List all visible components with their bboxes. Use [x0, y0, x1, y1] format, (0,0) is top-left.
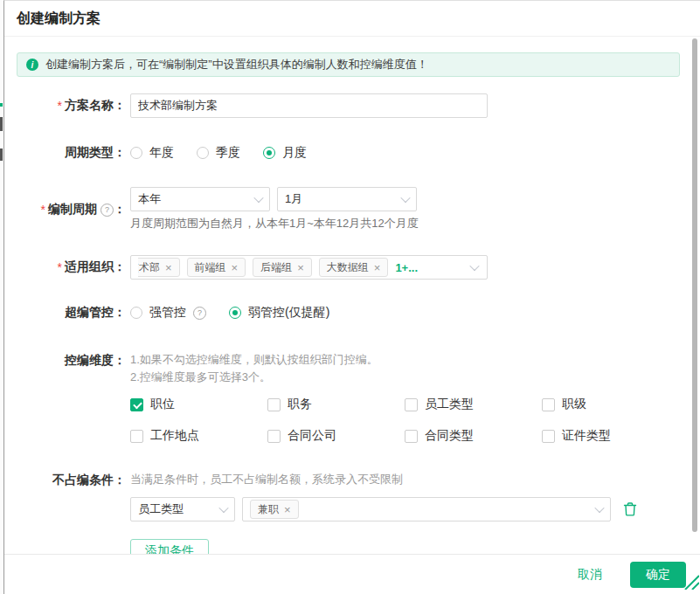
radio-weak-control[interactable]: 弱管控(仅提醒) [229, 305, 329, 321]
org-tag: 大数据组 × [319, 258, 389, 277]
dims-helper-2: 2.控编维度最多可选择3个。 [130, 369, 679, 386]
exempt-condition-row: 员工类型 兼职 × [130, 497, 700, 521]
radio-circle-icon[interactable] [130, 307, 142, 319]
checkbox-employee-type[interactable]: 员工类型 [405, 397, 542, 412]
delete-condition-button[interactable] [622, 501, 638, 517]
required-mark: * [58, 99, 62, 113]
chevron-down-icon [400, 193, 410, 203]
checkbox-icon[interactable] [267, 430, 281, 443]
radio-selected-icon[interactable] [263, 147, 275, 159]
radio-selected-icon[interactable] [229, 307, 241, 319]
exempt-condition-label: 不占编条件： [4, 472, 126, 554]
checkbox-icon[interactable] [405, 430, 418, 443]
resize-handle-icon [682, 572, 699, 590]
checkbox-icon[interactable] [542, 398, 555, 411]
org-tag: 技术部 × [138, 258, 180, 277]
checkbox-checked-icon[interactable] [130, 398, 143, 411]
row-control-dimensions: 控编维度： 1.如果不勾选控编维度，则默认按组织部门控编。 2.控编维度最多可选… [4, 351, 700, 444]
org-tag: 后端组 × [253, 258, 312, 277]
underlying-page-artifact [0, 148, 3, 161]
checkbox-job-level[interactable]: 职级 [542, 397, 679, 412]
chevron-down-icon [594, 503, 604, 513]
checkbox-icon[interactable] [542, 430, 555, 443]
info-banner-text: 创建编制方案后，可在“编制制定”中设置组织具体的编制人数和控编维度值！ [45, 57, 428, 73]
cycle-period-label: * 编制周期 ? ： [4, 187, 126, 232]
row-cycle-type: 周期类型： 年度 季度 月度 [4, 141, 700, 165]
chevron-down-icon [253, 193, 263, 203]
question-mark-icon[interactable]: ? [100, 204, 114, 217]
chevron-down-icon [218, 503, 228, 513]
checkbox-icon[interactable] [267, 398, 281, 411]
tag-close-icon[interactable]: × [284, 504, 291, 515]
checkbox-certificate-type[interactable]: 证件类型 [542, 428, 679, 444]
condition-value-tag: 兼职 × [250, 500, 299, 519]
checkbox-icon[interactable] [405, 398, 418, 411]
checkbox-work-location[interactable]: 工作地点 [130, 428, 267, 444]
checkbox-contract-company[interactable]: 合同公司 [267, 428, 405, 444]
plan-name-label: * 方案名称： [4, 93, 126, 118]
dialog-footer: 取消 确定 [4, 554, 700, 594]
checkbox-position[interactable]: 职位 [130, 397, 267, 412]
underlying-page-artifact [0, 103, 3, 107]
info-icon: i [26, 59, 38, 71]
dims-checkbox-grid: 职位 职务 员工类型 职级 [130, 397, 679, 444]
row-cycle-period: * 编制周期 ? ： 本年 1月 [4, 187, 700, 232]
checkbox-duty[interactable]: 职务 [267, 397, 405, 412]
add-condition-button[interactable]: 添加条件 [130, 539, 209, 554]
required-mark: * [58, 260, 62, 274]
underlying-page-artifact [0, 117, 3, 131]
radio-year[interactable]: 年度 [130, 145, 174, 161]
trash-icon [622, 501, 638, 517]
dialog-body: i 创建编制方案后，可在“编制制定”中设置组织具体的编制人数和控编维度值！ * … [4, 38, 700, 554]
condition-field-select[interactable]: 员工类型 [130, 497, 235, 521]
plan-form: * 方案名称： 周期类型： 年度 [4, 93, 700, 554]
radio-circle-icon[interactable] [197, 147, 209, 159]
info-banner: i 创建编制方案后，可在“编制制定”中设置组织具体的编制人数和控编维度值！ [17, 52, 680, 77]
row-exempt-condition: 不占编条件： 当满足条件时，员工不占编制名额，系统录入不受限制 员工类型 兼职 … [4, 472, 700, 554]
org-multiselect[interactable]: 技术部 × 前端组 × 后端组 × [130, 255, 488, 280]
checkbox-contract-type[interactable]: 合同类型 [405, 428, 542, 444]
row-plan-name: * 方案名称： [4, 93, 700, 118]
tag-close-icon[interactable]: × [232, 262, 239, 273]
period-month-select[interactable]: 1月 [277, 187, 417, 211]
row-over-control: 超编管控： 强管控 ? 弱管控(仅提醒) [4, 300, 700, 325]
period-year-select[interactable]: 本年 [130, 187, 270, 211]
dialog-title: 创建编制方案 [17, 10, 100, 28]
cancel-button[interactable]: 取消 [572, 566, 607, 584]
create-staffing-plan-dialog: 创建编制方案 i 创建编制方案后，可在“编制制定”中设置组织具体的编制人数和控编… [3, 0, 700, 594]
checkbox-icon[interactable] [130, 430, 143, 443]
tag-close-icon[interactable]: × [165, 262, 172, 273]
dialog-header: 创建编制方案 [4, 1, 700, 37]
confirm-button[interactable]: 确定 [630, 562, 686, 588]
row-applicable-org: * 适用组织： 技术部 × 前端组 × [4, 255, 700, 280]
vertical-scrollbar[interactable] [692, 38, 697, 532]
exempt-helper: 当满足条件时，员工不占编制名额，系统录入不受限制 [130, 472, 700, 487]
radio-quarter[interactable]: 季度 [197, 145, 240, 161]
radio-strong-control[interactable]: 强管控 ? [130, 305, 206, 321]
cycle-period-helper: 月度周期范围为自然月，从本年1月~本年12月共12个月度 [130, 215, 419, 232]
cycle-type-label: 周期类型： [4, 141, 126, 165]
org-tag: 前端组 × [187, 258, 246, 277]
plan-name-input[interactable] [130, 93, 488, 118]
dims-helper-1: 1.如果不勾选控编维度，则默认按组织部门控编。 [130, 351, 679, 369]
required-mark: * [41, 203, 45, 217]
org-overflow-count[interactable]: 1+... [395, 261, 418, 274]
question-mark-icon[interactable]: ? [193, 307, 206, 320]
applicable-org-label: * 适用组织： [4, 255, 126, 280]
radio-circle-icon[interactable] [130, 147, 142, 159]
resize-handle[interactable] [682, 572, 699, 593]
control-dimensions-label: 控编维度： [4, 351, 126, 444]
chevron-down-icon [469, 261, 479, 271]
over-control-label: 超编管控： [4, 300, 126, 325]
tag-close-icon[interactable]: × [374, 262, 381, 273]
tag-close-icon[interactable]: × [297, 262, 304, 273]
radio-month[interactable]: 月度 [263, 145, 307, 161]
condition-value-multiselect[interactable]: 兼职 × [242, 497, 611, 521]
